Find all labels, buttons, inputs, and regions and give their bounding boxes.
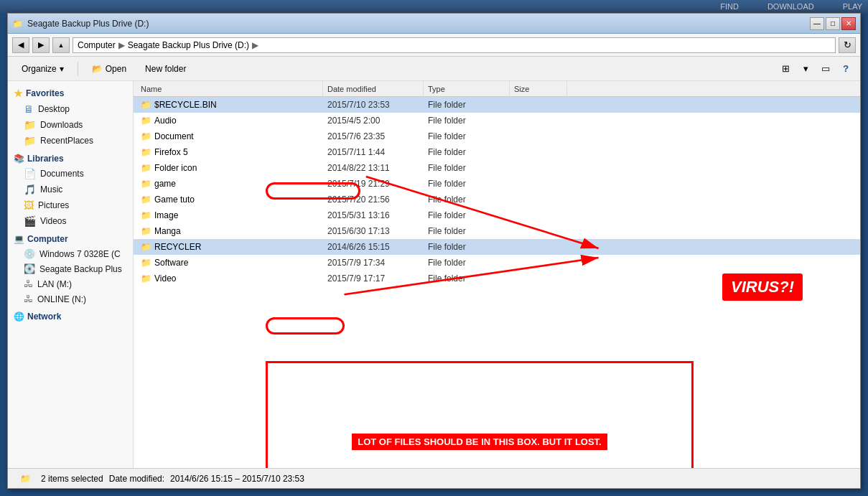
file-row-game-tuto[interactable]: 📁 Game tuto 2015/7/20 21:56 File folder: [134, 192, 860, 207]
computer-label: Computer: [27, 234, 68, 244]
file-row-recycle-bin[interactable]: 📁 $RECYCLE.BIN 2015/7/10 23:53 File fold…: [134, 97, 860, 113]
file-row-video[interactable]: 📁 Video 2015/7/9 17:17 File folder: [134, 271, 860, 286]
seagate-drive-icon: 💽: [24, 263, 35, 274]
music-icon: 🎵: [24, 184, 36, 195]
refresh-button[interactable]: ↻: [839, 37, 856, 53]
desktop-icon: 🖥: [24, 103, 34, 115]
game-tuto-date: 2015/7/20 21:56: [323, 195, 424, 205]
toolbar-right: ⊞ ▾ ▭ ?: [777, 61, 854, 77]
sidebar-item-recentplaces[interactable]: 📁 RecentPlaces: [8, 133, 133, 149]
libraries-label: Libraries: [27, 154, 64, 164]
organize-label: Organize: [22, 64, 57, 74]
sidebar-item-lan[interactable]: 🖧 LAN (M:): [8, 276, 133, 291]
download-button[interactable]: DOWNLOAD: [767, 2, 814, 11]
sidebar-item-online[interactable]: 🖧 ONLINE (N:): [8, 291, 133, 307]
sidebar-item-pictures[interactable]: 🖼 Pictures: [8, 197, 133, 213]
computer-icon: 💻: [14, 234, 24, 244]
favorites-header[interactable]: ★ Favorites: [8, 85, 133, 101]
documents-label: Documents: [40, 169, 84, 179]
manga-type: File folder: [424, 226, 510, 236]
minimize-button[interactable]: —: [810, 17, 824, 30]
image-date: 2015/5/31 13:16: [323, 210, 424, 220]
explorer-window: 📁 Seagate Backup Plus Drive (D:) — □ ✕ ◀…: [7, 13, 861, 489]
organize-chevron-icon: ▾: [60, 64, 64, 74]
change-view-button[interactable]: ⊞: [777, 61, 794, 77]
folder-icon-document: 📁: [141, 131, 151, 141]
new-folder-label: New folder: [145, 64, 186, 74]
online-drive-icon: 🖧: [24, 294, 33, 304]
maximize-button[interactable]: □: [826, 17, 840, 30]
folder-icon-video: 📁: [141, 273, 151, 284]
file-row-recycler[interactable]: 📁 RECYCLER 2014/6/26 15:15 File folder: [134, 239, 860, 255]
file-row-folder-icon[interactable]: 📁 Folder icon 2014/8/22 13:11 File folde…: [134, 160, 860, 176]
col-header-size[interactable]: Size: [510, 81, 567, 96]
windows-label: Windows 7 0328E (C: [39, 249, 121, 259]
game-type: File folder: [424, 179, 510, 189]
downloads-label: Downloads: [40, 120, 83, 130]
find-button[interactable]: FIND: [720, 2, 739, 11]
seagate-label: Seagate Backup Plus: [39, 264, 122, 274]
file-row-image[interactable]: 📁 Image 2015/5/31 13:16 File folder: [134, 207, 860, 223]
help-button[interactable]: ?: [837, 61, 854, 77]
folder-icon-firefox: 📁: [141, 147, 151, 157]
network-header[interactable]: 🌐 Network: [8, 309, 133, 324]
sidebar-item-downloads[interactable]: 📁 Downloads: [8, 117, 133, 133]
sidebar-item-videos[interactable]: 🎬 Videos: [8, 213, 133, 229]
folder-icon-recycle: 📁: [141, 100, 151, 110]
network-label: Network: [27, 312, 61, 322]
libraries-icon: 📚: [14, 154, 24, 164]
col-header-date[interactable]: Date modified: [323, 81, 424, 96]
file-row-game[interactable]: 📁 game 2015/7/19 21:29 File folder: [134, 176, 860, 192]
software-type: File folder: [424, 258, 510, 268]
address-path[interactable]: Computer ▶ Seagate Backup Plus Drive (D:…: [73, 37, 836, 53]
folder-icon-software: 📁: [141, 258, 151, 268]
window-title: Seagate Backup Plus Drive (D:): [27, 19, 149, 29]
sidebar-item-music[interactable]: 🎵 Music: [8, 182, 133, 197]
favorites-section: ★ Favorites 🖥 Desktop 📁 Downloads 📁 Rece…: [8, 85, 133, 149]
sidebar-item-seagate[interactable]: 💽 Seagate Backup Plus: [8, 261, 133, 276]
firefox-name: Firefox 5: [154, 147, 188, 157]
video-date: 2015/7/9 17:17: [323, 273, 424, 284]
close-button[interactable]: ✕: [841, 17, 856, 30]
file-row-firefox[interactable]: 📁 Firefox 5 2015/7/11 1:44 File folder: [134, 144, 860, 160]
play-button[interactable]: PLAY: [843, 2, 862, 11]
recycle-bin-date: 2015/7/10 23:53: [323, 100, 424, 110]
lan-label: LAN (M:): [37, 279, 72, 289]
forward-button[interactable]: ▶: [32, 37, 50, 53]
file-list-header: Name Date modified Type Size: [134, 81, 860, 97]
new-folder-button[interactable]: New folder: [137, 60, 194, 78]
preview-pane-button[interactable]: ▭: [817, 61, 834, 77]
folder-icon-recycler: 📁: [141, 242, 151, 252]
file-row-software[interactable]: 📁 Software 2015/7/9 17:34 File folder: [134, 255, 860, 271]
manga-date: 2015/6/30 17:13: [323, 226, 424, 236]
document-date: 2015/7/6 23:35: [323, 131, 424, 141]
open-icon: 📂: [92, 64, 103, 74]
folder-icon-manga: 📁: [141, 226, 151, 236]
file-row-document[interactable]: 📁 Document 2015/7/6 23:35 File folder: [134, 128, 860, 144]
organize-button[interactable]: Organize ▾: [14, 60, 72, 78]
back-button[interactable]: ◀: [12, 37, 29, 53]
sidebar-item-windows[interactable]: 💿 Windows 7 0328E (C: [8, 246, 133, 261]
col-header-type[interactable]: Type: [424, 81, 510, 96]
status-folder-icon: 📁: [15, 469, 35, 489]
main-area: ★ Favorites 🖥 Desktop 📁 Downloads 📁 Rece…: [8, 81, 860, 468]
file-list: 📁 $RECYCLE.BIN 2015/7/10 23:53 File fold…: [134, 97, 860, 468]
video-type: File folder: [424, 273, 510, 284]
sidebar-item-desktop[interactable]: 🖥 Desktop: [8, 101, 133, 117]
open-button[interactable]: 📂 Open: [84, 60, 134, 78]
document-type: File folder: [424, 131, 510, 141]
recycle-bin-name: $RECYCLE.BIN: [154, 100, 217, 110]
view-dropdown-button[interactable]: ▾: [797, 61, 814, 77]
file-row-audio[interactable]: 📁 Audio 2015/4/5 2:00 File folder: [134, 113, 860, 128]
sidebar-item-documents[interactable]: 📄 Documents: [8, 166, 133, 182]
videos-label: Videos: [40, 216, 66, 226]
up-button[interactable]: ▲: [52, 37, 70, 53]
computer-header[interactable]: 💻 Computer: [8, 232, 133, 246]
lan-drive-icon: 🖧: [24, 279, 33, 289]
libraries-header[interactable]: 📚 Libraries: [8, 151, 133, 166]
file-row-manga[interactable]: 📁 Manga 2015/6/30 17:13 File folder: [134, 223, 860, 239]
col-header-name[interactable]: Name: [136, 81, 323, 96]
game-tuto-name: Game tuto: [154, 195, 195, 205]
manga-name: Manga: [154, 226, 181, 236]
recycler-type: File folder: [424, 242, 510, 252]
